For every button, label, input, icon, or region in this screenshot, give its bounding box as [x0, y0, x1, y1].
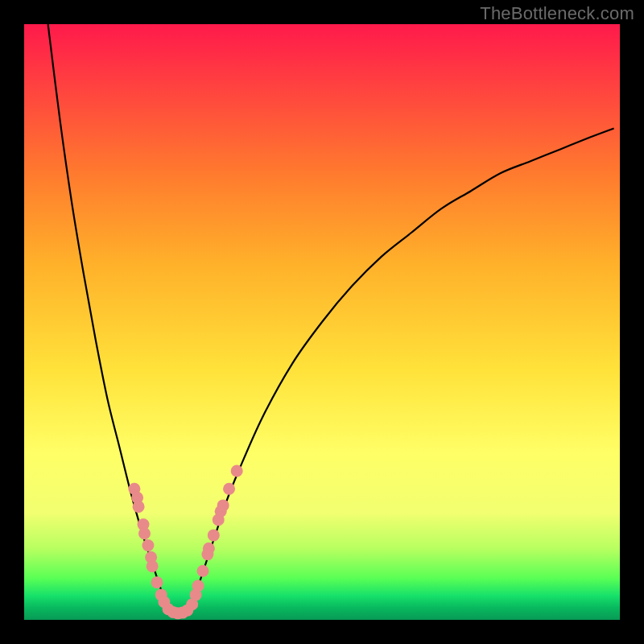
highlight-dot: [151, 576, 163, 588]
plot-area: [24, 24, 620, 620]
curve-right-branch: [191, 129, 613, 609]
highlight-dot: [197, 565, 209, 577]
highlight-dot: [223, 483, 235, 495]
highlight-dots-group: [128, 465, 242, 620]
highlight-dot: [133, 501, 145, 513]
highlight-dot: [231, 465, 243, 477]
highlight-dot: [203, 543, 215, 555]
highlight-dot: [147, 560, 159, 572]
highlight-dot: [138, 527, 151, 539]
watermark-text: TheBottleneck.com: [480, 3, 634, 24]
highlight-dot: [192, 580, 204, 592]
highlight-dot: [142, 539, 154, 551]
highlight-dot: [208, 529, 220, 541]
chart-frame: TheBottleneck.com: [0, 0, 644, 644]
chart-svg: [24, 24, 620, 620]
highlight-dot: [217, 499, 229, 511]
curve-left-branch: [48, 24, 167, 608]
